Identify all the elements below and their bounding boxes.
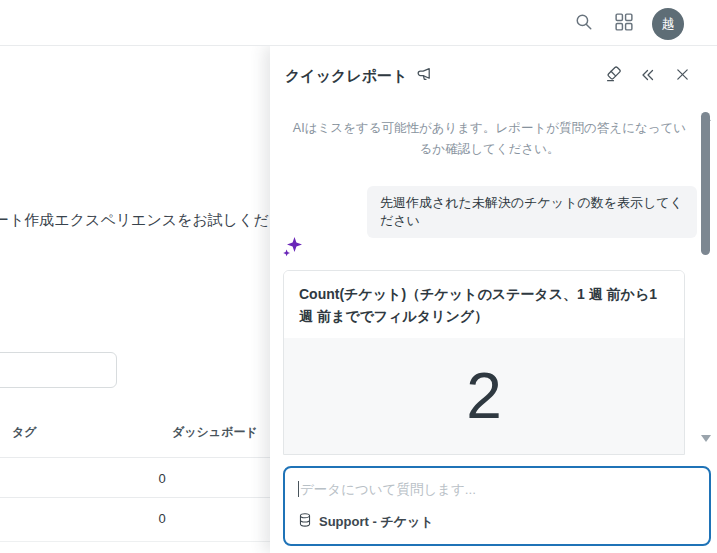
table-divider (0, 497, 290, 498)
double-chevron-left-icon (640, 67, 656, 86)
database-icon (298, 512, 312, 532)
question-input-container: Support - チケット (283, 466, 711, 546)
ai-disclaimer-text: AIはミスをする可能性があります。レポートが質問の答えになっているか確認してくだ… (292, 118, 687, 159)
user-message-bubble: 先週作成された未解決のチケットの数を表示してください (367, 186, 697, 238)
scrollbar-up-arrow[interactable] (700, 99, 712, 109)
report-card-title: Count(チケット)（チケットのステータス、1 週 前から1 週 前まででフィ… (284, 271, 684, 338)
screen: ート作成エクスペリエンスをお試しください。さらなる改 タグ ダッシュボード 0 … (0, 0, 717, 553)
feedback-button[interactable] (417, 66, 434, 86)
report-card-body: 2 (284, 338, 684, 454)
question-input[interactable] (300, 482, 696, 497)
panel-header: クイックレポート (285, 64, 691, 88)
top-navigation-bar: 越 (0, 0, 717, 46)
table-row: 0 (150, 471, 174, 486)
apps-button[interactable] (614, 13, 634, 33)
question-input-row (298, 481, 696, 497)
search-icon (575, 13, 593, 34)
scrollbar-down-arrow[interactable] (700, 442, 712, 452)
panel-title: クイックレポート (285, 67, 407, 86)
table-header-tag: タグ (12, 424, 37, 441)
report-card: Count(チケット)（チケットのステータス、1 週 前から1 週 前まででフィ… (283, 270, 685, 455)
table-header-dashboard: ダッシュボード (172, 424, 258, 441)
user-avatar[interactable]: 越 (652, 8, 684, 40)
background-search-input[interactable] (0, 352, 117, 388)
table-row: 0 (150, 511, 174, 526)
text-cursor (298, 481, 299, 497)
close-panel-button[interactable] (673, 67, 691, 85)
sparkle-icon (283, 236, 303, 258)
panel-actions (605, 67, 691, 85)
eraser-icon (606, 66, 623, 86)
table-divider (0, 457, 290, 458)
table-bottom-divider (0, 541, 290, 542)
dataset-selector[interactable]: Support - チケット (298, 512, 696, 532)
dataset-label: Support - チケット (319, 513, 434, 531)
quick-report-panel: クイックレポート (270, 46, 717, 553)
search-button[interactable] (574, 13, 594, 33)
megaphone-icon (417, 66, 434, 86)
clear-conversation-button[interactable] (605, 67, 623, 85)
apps-grid-icon (615, 13, 633, 34)
close-icon (675, 67, 690, 85)
scrollbar-thumb[interactable] (701, 112, 710, 255)
report-metric-value: 2 (466, 364, 502, 428)
collapse-panel-button[interactable] (639, 67, 657, 85)
